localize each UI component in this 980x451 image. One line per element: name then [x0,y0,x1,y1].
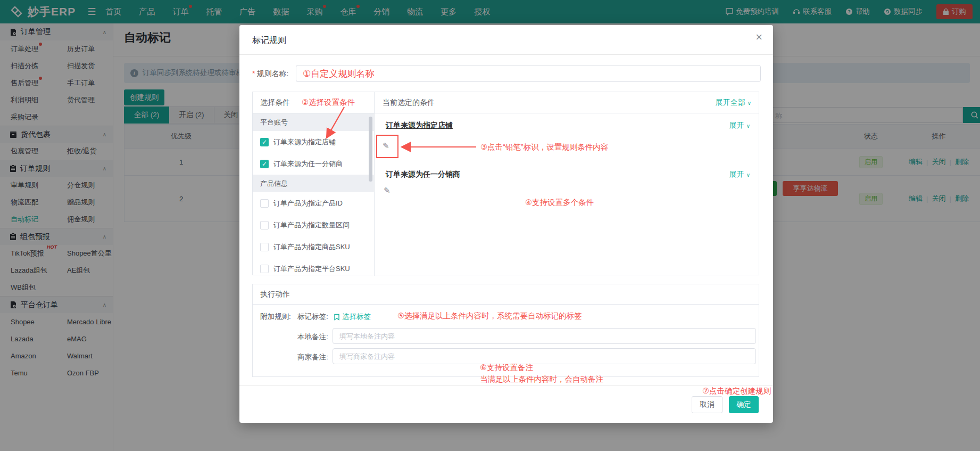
chevron-down-icon: ∨ [746,123,750,129]
cancel-button[interactable]: 取消 [692,396,722,413]
expand-all-link[interactable]: 展开全部 ∨ [716,98,751,108]
tag-icon [334,314,340,321]
execute-action-header: 执行动作 [260,290,290,299]
marking-rule-modal: 标记规则 × *规则名称: ①自定义规则名称 选择条件 ②选择设置条件 当前选定… [239,25,773,423]
condition-box: 选择条件 ②选择设置条件 当前选定的条件 展开全部 ∨ 平台账号 ✓ 订单来源为… [252,92,759,275]
condition-group-product-info: 产品信息 [253,175,374,192]
annotation-3: ③点击“铅笔”标识，设置规则条件内容 [480,142,608,152]
condition-option-platform-sku[interactable]: 订单产品为指定平台SKU [253,258,374,280]
select-tag-link[interactable]: 选择标签 [334,312,371,322]
tag-label: 标记标签: [297,312,328,322]
annotation-2: ②选择设置条件 [302,97,355,108]
condition-option-product-id[interactable]: 订单产品为指定产品ID [253,192,374,214]
chevron-down-icon: ∨ [746,172,750,178]
checkbox-unchecked[interactable] [260,199,269,208]
modal-title: 标记规则 [252,35,286,46]
checkbox-checked[interactable]: ✓ [260,160,269,168]
annotation-6b: 当满足以上条件内容时，会自动备注 [480,374,603,384]
checkbox-unchecked[interactable] [260,243,269,251]
current-conditions-header: 当前选定的条件 [383,98,435,108]
checkbox-unchecked[interactable] [260,265,269,273]
annotation-4: ④支持设置多个条件 [525,198,594,208]
selected-condition-title: 订单来源为任一分销商 [386,170,460,179]
select-condition-header: 选择条件 [260,98,290,108]
footer-divider [239,385,773,386]
condition-option-any-distributor[interactable]: ✓ 订单来源为任一分销商 [253,153,374,175]
annotation-1: ①自定义规则名称 [303,68,374,80]
condition-group-platform-account: 平台账号 [253,113,374,131]
pencil-edit-icon[interactable]: ✎ [384,186,391,195]
checkbox-checked[interactable]: ✓ [260,138,269,146]
annotation-5: ⑤选择满足以上条件内容时，系统需要自动标记的标签 [397,311,582,321]
rule-name-label: *规则名称: [252,69,288,79]
modal-header: 标记规则 × [239,25,773,55]
close-icon[interactable]: × [755,31,762,43]
condition-option-list: 平台账号 ✓ 订单来源为指定店铺 ✓ 订单来源为任一分销商 产品信息 订单产品为… [253,113,374,280]
confirm-button[interactable]: 确定 [729,396,759,413]
condition-option-quantity-range[interactable]: 订单产品为指定数量区间 [253,214,374,236]
pencil-edit-icon[interactable]: ✎ [383,141,389,151]
local-note-label: 本地备注: [297,332,328,342]
additional-rule-label: 附加规则: [260,312,291,322]
scrollbar-thumb[interactable] [369,117,372,182]
checkbox-unchecked[interactable] [260,221,269,229]
local-note-input[interactable] [333,328,756,344]
annotation-6a: ⑥支持设置备注 [480,363,533,373]
rule-name-input[interactable]: ①自定义规则名称 [296,65,761,82]
panel-divider [374,92,375,276]
expand-link[interactable]: 展开 ∨ [729,170,750,179]
expand-link[interactable]: 展开 ∨ [729,121,750,130]
selected-condition-title: 订单来源为指定店铺 [386,121,453,130]
condition-option-specified-shop[interactable]: ✓ 订单来源为指定店铺 [253,131,374,153]
merchant-note-label: 商家备注: [297,352,328,362]
chevron-down-icon: ∨ [748,100,751,106]
condition-option-goods-sku[interactable]: 订单产品为指定商品SKU [253,236,374,258]
annotation-7: ⑦点击确定创建规则 [702,386,771,396]
merchant-note-input[interactable] [333,348,756,364]
